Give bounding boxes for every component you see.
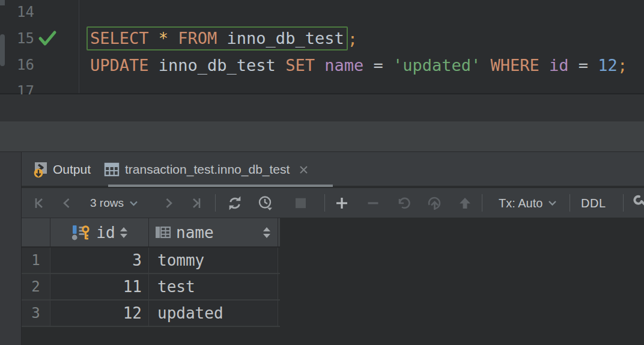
toolbar-separator (215, 194, 216, 212)
sql-number: 12 (598, 56, 618, 75)
column-header-label: name (176, 224, 214, 242)
close-icon[interactable] (299, 165, 309, 175)
sql-table-name: inno_db_test (227, 29, 344, 47)
sql-editor[interactable]: 14 15 SELECT * FROM inno_db_test; 16 UPD… (0, 0, 644, 94)
undo-icon[interactable] (396, 196, 412, 210)
table-row: 2 11 test (22, 274, 280, 301)
chevron-down-icon (129, 200, 138, 206)
cell-name[interactable]: updated (149, 301, 278, 326)
grid-header-row: id name (22, 218, 280, 248)
line-number: 16 (0, 56, 34, 73)
row-count-dropdown[interactable]: 3 rows (90, 197, 138, 210)
settings-wrench-partial-icon[interactable] (632, 194, 644, 212)
column-header-name[interactable]: name (149, 218, 278, 246)
sql-semicolon: ; (618, 56, 627, 75)
sort-arrows-icon (263, 227, 270, 238)
next-page-icon[interactable] (162, 196, 175, 210)
previous-page-icon[interactable] (60, 196, 73, 210)
toolbar-separator (623, 194, 624, 212)
query-history-clock-icon[interactable] (257, 195, 274, 211)
ddl-label: DDL (581, 196, 606, 210)
editor-line-14[interactable]: 14 (0, 0, 644, 25)
tab-result-active[interactable]: transaction_test.inno_db_test (102, 152, 338, 187)
submit-reload-icon[interactable] (427, 195, 443, 211)
editor-lower-band (0, 94, 644, 121)
chevron-down-icon (548, 200, 557, 206)
delete-row-icon[interactable] (366, 197, 380, 210)
toolbar-separator (482, 194, 482, 212)
sql-column-name: id (549, 56, 579, 75)
tx-mode-dropdown[interactable]: Tx: Auto (499, 196, 557, 210)
line-number: 14 (0, 4, 34, 20)
sql-keyword: SELECT (90, 29, 159, 47)
tab-output[interactable]: Output (31, 152, 91, 187)
sql-keyword: SET (285, 56, 324, 75)
sql-keyword: WHERE (491, 56, 550, 75)
sort-arrows-icon (120, 227, 127, 238)
console-output-icon (31, 161, 47, 178)
sql-table-name: inno_db_test (159, 56, 285, 75)
sql-operator: = (579, 56, 598, 75)
cell-name[interactable]: test (149, 274, 278, 299)
cell-id[interactable]: 3 (50, 248, 149, 273)
cell-id[interactable]: 12 (50, 301, 149, 326)
upload-arrow-icon[interactable] (458, 196, 472, 210)
table-row: 3 12 updated (22, 301, 280, 327)
services-tool-window: Output transaction_test.inno_db_test (0, 152, 644, 345)
ddl-button[interactable]: DDL (581, 196, 606, 210)
column-icon (154, 224, 171, 241)
row-number[interactable]: 2 (22, 274, 50, 299)
line-number: 15 (0, 30, 34, 47)
last-page-icon[interactable] (189, 196, 204, 210)
sql-star: * (159, 29, 178, 47)
result-tabbar: Output transaction_test.inno_db_test (22, 152, 644, 187)
tab-label: transaction_test.inno_db_test (125, 162, 290, 177)
sql-column-name: name (324, 56, 373, 75)
toolbar-separator (324, 194, 325, 212)
stop-icon[interactable] (296, 198, 306, 208)
primary-key-column-icon (71, 224, 91, 241)
result-data-grid: id name 1 3 tommy 2 11 (22, 218, 280, 327)
sql-keyword: UPDATE (90, 56, 159, 75)
editor-line-15[interactable]: 15 SELECT * FROM inno_db_test; (0, 25, 644, 52)
sql-operator: = (373, 56, 393, 75)
editor-line-16[interactable]: 16 UPDATE inno_db_test SET name = 'updat… (0, 52, 644, 78)
row-count-label: 3 rows (90, 197, 124, 210)
sql-keyword: FROM (178, 29, 226, 47)
sql-semicolon: ; (348, 29, 357, 48)
tool-window-left-bar (0, 152, 22, 345)
cell-name[interactable]: tommy (149, 248, 278, 273)
result-toolbar: 3 rows (22, 188, 644, 218)
add-row-icon[interactable] (335, 197, 348, 210)
column-header-id[interactable]: id (50, 218, 149, 246)
executed-statement-box: SELECT * FROM inno_db_test (87, 26, 348, 50)
tx-mode-label: Tx: Auto (499, 196, 542, 210)
table-row: 1 3 tommy (22, 248, 280, 274)
row-number[interactable]: 3 (22, 301, 50, 326)
row-number[interactable]: 1 (22, 248, 50, 273)
column-header-label: id (96, 224, 115, 242)
sql-string: 'updated' (393, 56, 491, 75)
cell-id[interactable]: 11 (50, 274, 149, 299)
tab-label: Output (53, 162, 91, 177)
first-page-icon[interactable] (32, 196, 46, 210)
toolbar-separator (570, 194, 570, 212)
refresh-icon[interactable] (227, 195, 243, 211)
table-grid-icon (104, 162, 120, 177)
grid-corner-cell[interactable] (22, 218, 50, 246)
executed-ok-check-icon[interactable] (38, 30, 57, 49)
splitter-band[interactable] (0, 121, 644, 152)
